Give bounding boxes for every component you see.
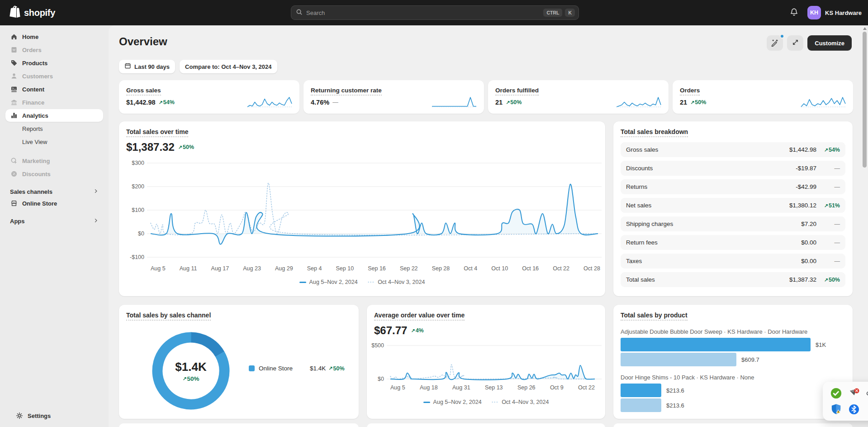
shield-warning-icon[interactable]	[827, 401, 845, 417]
metric-card-orders[interactable]: Orders21↗50%	[673, 80, 853, 114]
channel-legend-item[interactable]: Online Store $1.4K ↗50%	[249, 365, 345, 372]
account-menu[interactable]: KH KS Hardware	[807, 6, 862, 19]
svg-text:$100: $100	[132, 207, 144, 213]
metric-title[interactable]: Orders fulfilled	[495, 87, 539, 96]
sidebar-item-online-store[interactable]: Online Store	[5, 197, 103, 210]
sales-by-channel-card: Total sales by sales channel $1.4K ↗50% …	[119, 305, 359, 419]
fullscreen-button[interactable]	[787, 35, 803, 51]
breakdown-row: Returns-$42.99—	[621, 179, 845, 194]
x-tick: Sep 22	[400, 265, 418, 272]
card-title[interactable]: Total sales by sales channel	[126, 312, 211, 321]
no-change-dash: —	[835, 165, 840, 172]
sidebar-item-marketing[interactable]: Marketing	[5, 154, 103, 167]
sidebar-item-settings[interactable]: Settings	[11, 409, 98, 422]
solid-line-swatch	[423, 402, 430, 403]
customize-button[interactable]: Customize	[807, 35, 852, 51]
compare-to-button[interactable]: Compare to: Oct 4–Nov 3, 2024	[180, 60, 277, 73]
chart-legend: Aug 5–Nov 2, 2024···Oct 4–Nov 3, 2024	[367, 399, 605, 405]
card-title[interactable]: Average order value over time	[374, 312, 465, 321]
breakdown-row: Return fees$0.00—	[621, 235, 845, 250]
metric-title[interactable]: Gross sales	[126, 87, 161, 96]
bluetooth-icon[interactable]	[845, 401, 863, 417]
donut-center-change: ↗50%	[182, 375, 199, 382]
sidebar-item-orders[interactable]: Orders	[5, 43, 103, 56]
metric-value: $1,442.98	[126, 99, 156, 106]
shopify-bag-icon	[9, 5, 21, 20]
person-icon	[10, 72, 18, 80]
aov-value: $67.77	[374, 324, 407, 337]
bell-icon	[790, 8, 798, 18]
product-bar[interactable]	[621, 384, 661, 397]
sidebar-item-analytics[interactable]: Analytics	[5, 109, 103, 122]
check-badge-icon[interactable]	[827, 385, 845, 401]
apps-section[interactable]: Apps	[10, 218, 99, 225]
legend-item[interactable]: Aug 5–Nov 2, 2024	[299, 279, 358, 285]
product-label: Adjustable Double Bubble Door Sweep · KS…	[621, 328, 845, 335]
row-value: $0.00	[801, 258, 816, 264]
x-tick: Oct 16	[522, 265, 539, 272]
product-bar-row: $609.7	[621, 353, 845, 366]
dotted-line-swatch: ···	[368, 279, 375, 285]
product-bar[interactable]	[621, 398, 661, 412]
no-change-dash: —	[332, 99, 338, 106]
x-tick: Sep 4	[307, 265, 322, 272]
breakdown-row: Total sales$1,387.32↗50%	[621, 272, 845, 287]
card-title[interactable]: Total sales over time	[126, 128, 188, 137]
sidebar-item-home[interactable]: Home	[5, 30, 103, 43]
x-tick: Aug 18	[420, 384, 438, 391]
scrollbar-up-arrow[interactable]	[863, 27, 867, 30]
shopify-wordmark: shopify	[24, 8, 55, 18]
card-title[interactable]: Total sales breakdown	[621, 128, 688, 137]
card-title[interactable]: Total sales by product	[621, 312, 688, 321]
x-axis-labels: Aug 5Aug 11Aug 17Aug 23Aug 29Sep 4Sep 10…	[151, 265, 600, 272]
metric-sparkline	[432, 96, 477, 108]
legend-item[interactable]: ···Oct 4–Nov 3, 2024	[368, 279, 425, 285]
metric-card-returning-customer-rate[interactable]: Returning customer rate4.76%—	[304, 80, 484, 114]
sidebar-item-discounts[interactable]: Discounts	[5, 168, 103, 180]
metric-card-gross-sales[interactable]: Gross sales$1,442.98↗54%	[119, 80, 299, 114]
x-tick: Oct 22	[578, 384, 595, 391]
product-bar[interactable]	[621, 353, 736, 366]
x-tick: Aug 5	[390, 384, 405, 391]
blocked-extension-icon[interactable]	[845, 385, 863, 401]
legend-item[interactable]: Aug 5–Nov 2, 2024	[423, 399, 482, 405]
shopify-logo[interactable]: shopify	[9, 5, 55, 20]
x-tick: Aug 23	[243, 265, 261, 272]
gear-icon	[15, 412, 23, 420]
sidebar-item-reports[interactable]: Reports	[5, 122, 103, 135]
search-input[interactable]: Search CTRL K	[291, 5, 579, 20]
expand-icon	[792, 38, 799, 48]
aov-line-chart: $500$0	[367, 342, 605, 383]
metric-card-row: Gross sales$1,442.98↗54%Returning custom…	[119, 80, 853, 114]
sales-channels-section[interactable]: Sales channels	[10, 188, 99, 195]
svg-text:$500: $500	[371, 342, 384, 349]
svg-text:$300: $300	[132, 160, 144, 166]
row-label: Total sales	[626, 276, 789, 283]
notifications-button[interactable]	[787, 5, 801, 20]
sidebar-item-customers[interactable]: Customers	[5, 70, 103, 82]
total-sales-breakdown-card: Total sales breakdown Gross sales$1,442.…	[613, 121, 853, 296]
product-bar-row: $213.6	[621, 398, 845, 412]
change-badge: ↗4%	[411, 327, 423, 334]
bar-value-label: $609.7	[741, 356, 759, 363]
row-value: $1,380.12	[789, 202, 816, 209]
sidebar-item-finance[interactable]: Finance	[5, 96, 103, 109]
shopify-admin-window: shopify Search CTRL K KH KS Hardware	[0, 0, 868, 427]
calendar-icon	[124, 62, 131, 71]
svg-text:-$100: -$100	[130, 254, 144, 260]
sidebar-item-live-view[interactable]: Live View	[5, 135, 103, 148]
metric-title[interactable]: Returning customer rate	[311, 87, 382, 96]
scrollbar-thumb[interactable]	[863, 32, 867, 168]
date-range-button[interactable]: Last 90 days	[119, 60, 175, 73]
product-bar[interactable]	[621, 338, 811, 351]
metric-card-orders-fulfilled[interactable]: Orders fulfilled21↗50%	[488, 80, 669, 114]
row-value: $0.00	[801, 239, 816, 246]
legend-item[interactable]: ···Oct 4–Nov 3, 2024	[492, 399, 549, 405]
sidebar-item-products[interactable]: Products	[5, 57, 103, 69]
no-change-dash: —	[835, 184, 840, 190]
extension-tray-overlay	[823, 382, 868, 421]
insights-button[interactable]	[767, 35, 783, 51]
sidebar-item-content[interactable]: Content	[5, 83, 103, 96]
product-bar-row: $213.6	[621, 384, 845, 397]
metric-title[interactable]: Orders	[680, 87, 700, 96]
